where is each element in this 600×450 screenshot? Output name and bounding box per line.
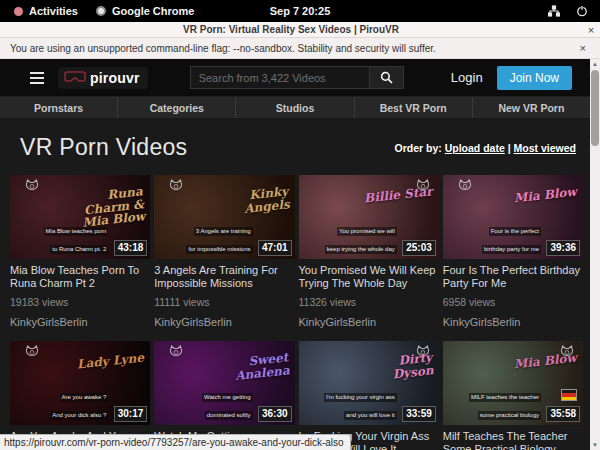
thumbnail-caption-line2: And your dick also ? [50,411,108,420]
nav-item-best-vr-porn[interactable]: Best VR Porn [354,97,472,118]
video-views: 11111 views [154,296,294,308]
video-channel[interactable]: KinkyGirlsBerlin [154,316,294,328]
menu-hamburger-icon[interactable] [30,72,44,84]
studio-watermark-cat-icon [457,178,473,194]
nav-item-studios[interactable]: Studios [235,97,353,118]
thumbnail-captions: MILF teaches the teacher some practical … [469,385,541,421]
order-by: Order by: Upload date | Most viewed [394,142,576,154]
network-icon[interactable] [548,5,560,17]
thumbnail-caption-line1: I'm fucking your virgin ass [324,393,397,402]
thumbnail-captions: Are you awake ? And your dick also ? [50,385,108,421]
thumbnail-caption-line1: MILF teaches the teacher [469,393,541,402]
duration-badge: 33:59 [402,406,436,422]
thumbnail-performer-name: Mia Blow [514,352,578,371]
clock[interactable]: Sep 7 20:25 [0,5,600,17]
thumbnail-captions: Mia Blow teaches porn to Runa Charm pt. … [44,219,109,255]
video-title[interactable]: Four Is The Perfect Birthday Party For M… [443,264,583,290]
video-title[interactable]: Milf Teaches The Teacher Some Practical … [443,430,583,450]
tab-title[interactable]: VR Porn: Virtual Reality Sex Videos | Pi… [0,24,582,35]
scrollbar-thumb[interactable] [591,70,599,146]
thumbnail-caption-line1: Are you awake ? [60,393,109,402]
page-scrollbar[interactable]: ▲ ▼ [590,59,600,450]
status-url-bubble: https://pirouvr.com/vr-porn-video/779325… [0,434,351,450]
studio-watermark-cat-icon [168,178,184,194]
video-grid: Runa Charm & Mia Blow Mia Blow teaches p… [10,175,583,450]
nav-item-new-vr-porn[interactable]: New VR Porn [472,97,590,118]
video-card[interactable]: Mia Blow MILF teaches the teacher some p… [443,341,583,450]
video-title[interactable]: Mia Blow Teaches Porn To Runa Charm Pt 2 [10,264,150,290]
thumbnail-caption-line2: for impossible missions [186,245,252,254]
thumbnail-performer-name: Mia Blow [514,186,578,205]
video-channel[interactable]: KinkyGirlsBerlin [443,316,583,328]
video-card[interactable]: Kinky Angels 3 Angels are training for i… [154,175,294,328]
search-bar [190,66,404,89]
video-views: 19183 views [10,296,150,308]
video-title[interactable]: You Promised We Will Keep Trying The Who… [299,264,439,290]
duration-badge: 39:36 [546,240,580,256]
thumbnail-captions: Watch me getting dominated softly [202,385,252,421]
nav-item-pornstars[interactable]: Pornstars [0,97,117,118]
order-link-most-viewed[interactable]: Most viewed [514,142,576,154]
video-thumbnail[interactable]: Runa Charm & Mia Blow Mia Blow teaches p… [10,175,150,259]
system-top-bar: Activities Google Chrome Sep 7 20:25 [0,0,600,22]
vr-headset-icon [64,71,86,84]
scrollbar-down-arrow[interactable]: ▼ [590,440,600,450]
browser-tab-bar: VR Porn: Virtual Reality Sex Videos | Pi… [0,22,600,38]
duration-badge: 35:58 [546,406,580,422]
thumbnail-caption-line2: to Runa Charm pt. 2 [50,245,108,254]
german-flag-icon [561,389,577,401]
join-now-button[interactable]: Join Now [497,66,572,90]
video-card[interactable]: Runa Charm & Mia Blow Mia Blow teaches p… [10,175,150,328]
thumbnail-caption-line2: some practical biology [478,411,541,420]
order-by-label: Order by: [394,142,441,154]
video-card[interactable]: Billie Star You promised we will keep tr… [299,175,439,328]
video-thumbnail[interactable]: Sweet Analena Watch me getting dominated… [154,341,294,425]
scrollbar-up-arrow[interactable]: ▲ [590,59,600,69]
infobar-message: You are using an unsupported command-lin… [10,43,576,54]
search-input[interactable] [190,66,370,89]
infobar-close-icon[interactable]: × [576,42,590,54]
site-logo-text: pirouvr [90,70,140,86]
thumbnail-caption-line2: dominated softly [205,411,253,420]
thumbnail-performer-name: Kinky Angels [215,185,289,218]
screen: Activities Google Chrome Sep 7 20:25 VR … [0,0,600,450]
duration-badge: 43:18 [114,240,148,256]
video-thumbnail[interactable]: Lady Lyne Are you awake ? And your dick … [10,341,150,425]
video-channel[interactable]: KinkyGirlsBerlin [10,316,150,328]
studio-watermark-cat-icon [24,344,40,360]
site-logo[interactable]: pirouvr [58,67,148,89]
thumbnail-captions: 3 Angels are training for impossible mis… [186,219,252,255]
video-title[interactable]: 3 Angels Are Training For Impossible Mis… [154,264,294,290]
video-thumbnail[interactable]: Mia Blow Four is the perfect birthday pa… [443,175,583,259]
login-link[interactable]: Login [451,70,483,85]
duration-badge: 25:03 [402,240,436,256]
thumbnail-caption-line1: You promised we will [337,227,397,236]
video-thumbnail[interactable]: Mia Blow MILF teaches the teacher some p… [443,341,583,425]
thumbnail-caption-line1: Mia Blow teaches porn [44,227,109,236]
studio-watermark-cat-icon [168,344,184,360]
tab-close-icon[interactable]: × [582,24,600,36]
search-icon [380,71,393,84]
video-thumbnail[interactable]: Dirty Dyson I'm fucking your virgin ass … [299,341,439,425]
power-icon[interactable] [576,5,588,17]
duration-badge: 36:30 [258,406,292,422]
thumbnail-caption-line1: Four is the perfect [489,227,541,236]
thumbnail-performer-name: Lady Lyne [77,351,145,371]
page-viewport: pirouvr Login Join Now Pornstars Categor… [0,59,590,450]
video-thumbnail[interactable]: Kinky Angels 3 Angels are training for i… [154,175,294,259]
video-thumbnail[interactable]: Billie Star You promised we will keep tr… [299,175,439,259]
video-card[interactable]: Mia Blow Four is the perfect birthday pa… [443,175,583,328]
main-nav: Pornstars Categories Studios Best VR Por… [0,96,590,118]
search-button[interactable] [370,66,404,89]
thumbnail-performer-name: Dirty Dyson [360,351,434,384]
thumbnail-caption-line2: birthday party for me [482,245,541,254]
thumbnail-caption-line2: keep trying the whole day [325,245,397,254]
video-channel[interactable]: KinkyGirlsBerlin [299,316,439,328]
thumbnail-caption-line1: Watch me getting [202,393,252,402]
thumbnail-performer-name: Billie Star [364,185,433,205]
thumbnail-captions: Four is the perfect birthday party for m… [482,219,541,255]
nav-item-categories[interactable]: Categories [117,97,235,118]
studio-watermark-cat-icon [24,178,40,194]
order-link-upload-date[interactable]: Upload date [445,142,505,154]
site-header: pirouvr Login Join Now [0,59,590,96]
